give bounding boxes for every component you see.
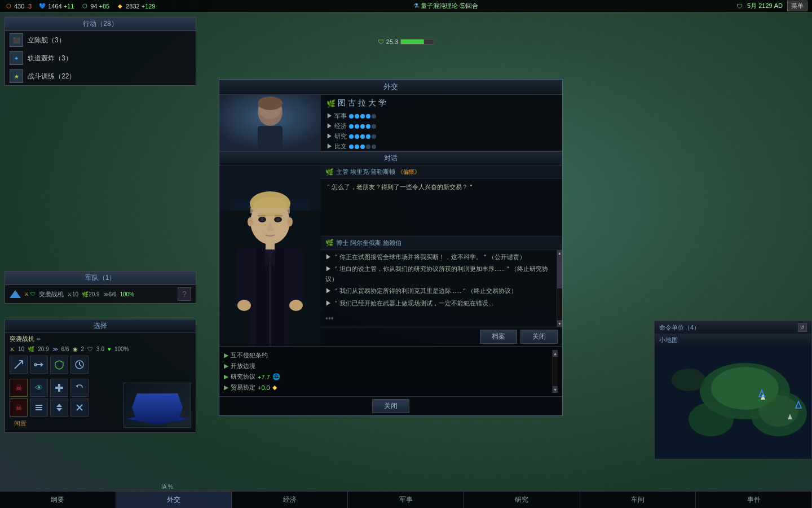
civ-stats: 🌿 图 古 拉 大 学 ▶ 军事 ▶ 经济: [321, 95, 562, 151]
health-pct-icon: ♥: [108, 346, 111, 352]
shield-icon: 🛡: [736, 3, 743, 10]
action-btn-ranged[interactable]: [30, 356, 48, 374]
action-orbital-label: 轨道轰炸（3）: [28, 54, 72, 63]
option-open-borders[interactable]: ▶ 开放边境: [224, 361, 552, 371]
edit-icon[interactable]: ✏: [37, 336, 41, 342]
army-panel: 军队（1） ⚔ 🛡 突袭战机 ⚔10 🌿20.9 ≫6/6 100% ?: [5, 271, 196, 304]
action-btn-special[interactable]: [70, 356, 89, 374]
tab-diplomacy[interactable]: 外交: [116, 492, 232, 508]
dialog-lower-text[interactable]: ▶ ＂你正在试图接管全球市场并将我买断！，这不科学。＂（公开谴责） ▶ ＂坦白的…: [321, 250, 557, 327]
dialog-line-2[interactable]: ▶ ＂坦白的说主管，你从我们的研究协议所获的利润更加丰厚......＂（终止研究…: [325, 264, 552, 284]
option-non-aggression[interactable]: ▶ 互不侵犯条约: [224, 350, 552, 361]
portrait-figure: [219, 165, 321, 346]
action-btn-delete[interactable]: [70, 398, 89, 417]
tab-summary[interactable]: 纲要: [0, 492, 116, 508]
action-panel-title: 行动（28）: [5, 17, 196, 31]
unit-health-icon: 🛡: [30, 291, 36, 297]
svg-point-58: [759, 395, 798, 427]
action-btn-shield[interactable]: [50, 356, 68, 374]
flask-icon: ⚗: [413, 2, 419, 9]
orbital-icon: ✦: [10, 51, 23, 65]
dialog-lower-wrapper: ▶ ＂你正在试图接管全球市场并将我买断！，这不科学。＂（公开谴责） ▶ ＂坦白的…: [321, 250, 562, 327]
action-item-orbital[interactable]: ✦ 轨道轰炸（3）: [5, 49, 196, 67]
option-trade-deal[interactable]: ▶ 贸易协定 +0.0 ◆: [224, 382, 552, 393]
top-bar-right: 🛡 5月 2129 AD 菜单: [736, 1, 807, 11]
diplomacy-modal: 外交: [219, 79, 563, 416]
dialog-line-3[interactable]: ▶ ＂我们从贸易协定所得的利润克其里是边际......＂（终止交易协议）: [325, 286, 552, 296]
game-date: 5月 2129 AD: [747, 2, 783, 10]
unit-health-container: 🛡 25.3: [378, 38, 434, 45]
idle-area: ☠ 👁 ☠ 闲置: [5, 376, 196, 432]
options-panel: ▶ 互不侵犯条约 ▶ 开放边境 ▶ 研究协议 +7.7 🌐 ▶ 贸易协定 +0.…: [219, 346, 562, 396]
action-btn-return[interactable]: [70, 379, 89, 397]
move-icon: 🌿: [28, 346, 34, 352]
science-icon: ⬡: [81, 2, 89, 10]
stat-health: 100%: [114, 346, 129, 352]
svg-rect-40: [275, 215, 283, 217]
refresh-button[interactable]: ↺: [798, 323, 807, 332]
archive-button[interactable]: 档案: [480, 330, 517, 344]
svg-rect-11: [55, 387, 63, 389]
action-btn-heal[interactable]: [50, 379, 68, 397]
action-btn-skull2[interactable]: ☠: [10, 398, 28, 417]
options-scroll-down[interactable]: ▼: [553, 386, 558, 393]
dialog-line-1[interactable]: ▶ ＂你正在试图接管全球市场并将我买断！，这不科学。＂（公开谴责）: [325, 252, 552, 262]
army-unit-row[interactable]: ⚔ 🛡 突袭战机 ⚔10 🌿20.9 ≫6/6 100% ?: [5, 285, 196, 303]
action-training-label: 战斗训练（22）: [28, 72, 76, 81]
health-value: 25.3: [386, 38, 398, 45]
current-tech: 量子混沌理论: [421, 2, 458, 9]
action-item-training[interactable]: ★ 战斗训练（22）: [5, 67, 196, 85]
unit-move: 🌿20.9: [82, 291, 99, 297]
turns-remaining: ⑤回合: [460, 2, 478, 9]
dialog-line-4[interactable]: ▶ ＂我们已经开始在武器上做现场测试，一定不能犯在错误...: [325, 299, 552, 309]
svg-rect-30: [269, 250, 271, 346]
dialog-content: 🌿 主管 埃里克·普勒斯顿 《偏慨》 ＂怎么了，老朋友？得到了一些令人兴奋的新交…: [219, 165, 562, 346]
svg-point-55: [689, 402, 734, 436]
svg-point-56: [672, 369, 705, 391]
close-dialog-button[interactable]: 关闭: [520, 330, 558, 344]
selected-unit-name: 突袭战机: [10, 335, 34, 343]
action-btn-attack[interactable]: [10, 356, 28, 374]
health-bar: [400, 39, 434, 45]
unit-strength: ⚔10: [67, 291, 78, 297]
action-buttons-row2: ☠ 👁: [10, 379, 89, 397]
svg-rect-24: [258, 126, 283, 151]
tab-workshop[interactable]: 车间: [580, 492, 696, 508]
action-btn-eye[interactable]: 👁: [30, 379, 48, 397]
action-btn-list[interactable]: [30, 398, 48, 417]
army-panel-title: 军队（1）: [5, 271, 196, 285]
svg-rect-15: [36, 409, 42, 410]
unit-stats-row: ⚔10 🌿20.9 ≫6/6 100%: [67, 291, 134, 297]
svg-point-49: [237, 300, 251, 311]
scroll-up-btn[interactable]: ▲: [557, 250, 562, 257]
action-btn-move[interactable]: [50, 398, 68, 417]
resource-credits: 💙 1464 +11: [38, 2, 74, 10]
speaker-bottom: 🌿 博士 阿尔奎俄斯·施赖伯: [321, 237, 562, 250]
unit-hp: ≫6/6: [103, 291, 117, 297]
tab-economy[interactable]: 经济: [232, 492, 348, 508]
tab-military[interactable]: 军事: [348, 492, 464, 508]
civ-portrait-bg: [219, 95, 321, 151]
gold-value: 2832: [126, 3, 139, 10]
action-item-fleet[interactable]: ⬛ 立陈舰（3）: [5, 31, 196, 49]
unit-question-mark[interactable]: ?: [178, 287, 191, 301]
menu-button[interactable]: 菜单: [787, 1, 807, 11]
scroll-down-btn[interactable]: ▼: [557, 320, 562, 327]
science-value: 94: [90, 3, 97, 10]
tab-events[interactable]: 事件: [696, 492, 812, 508]
tab-research[interactable]: 研究: [464, 492, 580, 508]
dialog-btn-row: 档案 关闭: [321, 327, 562, 346]
dialog-dots: •••: [325, 312, 552, 325]
minimap-header: 小地图: [655, 334, 811, 346]
svg-point-50: [289, 300, 303, 311]
svg-rect-14: [36, 407, 42, 408]
option-research-agreement[interactable]: ▶ 研究协议 +7.7 🌐: [224, 371, 552, 382]
energy-change: -3: [26, 3, 32, 10]
action-btn-skull[interactable]: ☠: [10, 379, 28, 397]
defense-icon: 🛡: [87, 346, 93, 352]
speaker-icon: 🌿: [325, 168, 334, 176]
options-scroll-up[interactable]: ▲: [553, 350, 558, 357]
modal-close-button[interactable]: 关闭: [372, 399, 409, 413]
health-fill: [401, 40, 424, 44]
svg-point-45: [248, 217, 253, 226]
